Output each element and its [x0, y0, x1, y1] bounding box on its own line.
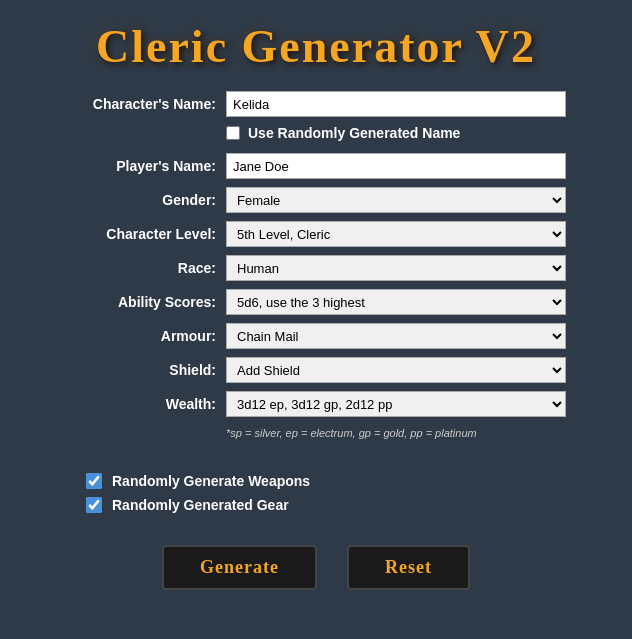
armour-label: Armour: [66, 328, 216, 344]
random-weapons-checkbox[interactable] [86, 473, 102, 489]
page-title: Cleric Generator V2 [96, 20, 536, 73]
button-row: Generate Reset [66, 545, 566, 590]
ability-scores-select[interactable]: 5d6, use the 3 highest 4d6, drop lowest … [226, 289, 566, 315]
armour-select[interactable]: Chain Mail Leather Armor Scale Mail Plat… [226, 323, 566, 349]
race-row: Race: Human Elf Dwarf Halfling Gnome [66, 255, 566, 281]
gender-label: Gender: [66, 192, 216, 208]
character-level-select[interactable]: 5th Level, Cleric 1st Level, Cleric 2nd … [226, 221, 566, 247]
gender-select[interactable]: Female Male Other [226, 187, 566, 213]
random-gear-checkbox[interactable] [86, 497, 102, 513]
form-container: Character's Name: Use Randomly Generated… [66, 91, 566, 590]
random-gear-label[interactable]: Randomly Generated Gear [112, 497, 289, 513]
checkbox-section: Randomly Generate Weapons Randomly Gener… [86, 473, 566, 513]
random-weapons-item: Randomly Generate Weapons [86, 473, 566, 489]
shield-select[interactable]: Add Shield No Shield [226, 357, 566, 383]
character-name-row: Character's Name: [66, 91, 566, 117]
shield-label: Shield: [66, 362, 216, 378]
character-name-label: Character's Name: [66, 96, 216, 112]
character-level-label: Character Level: [66, 226, 216, 242]
gender-row: Gender: Female Male Other [66, 187, 566, 213]
race-select[interactable]: Human Elf Dwarf Halfling Gnome [226, 255, 566, 281]
wealth-row: Wealth: 3d12 ep, 3d12 gp, 2d12 pp 1d6 x … [66, 391, 566, 417]
reset-button[interactable]: Reset [347, 545, 470, 590]
player-name-input[interactable] [226, 153, 566, 179]
generate-button[interactable]: Generate [162, 545, 317, 590]
player-name-label: Player's Name: [66, 158, 216, 174]
character-name-input[interactable] [226, 91, 566, 117]
wealth-label: Wealth: [66, 396, 216, 412]
random-weapons-label[interactable]: Randomly Generate Weapons [112, 473, 310, 489]
shield-row: Shield: Add Shield No Shield [66, 357, 566, 383]
character-level-row: Character Level: 5th Level, Cleric 1st L… [66, 221, 566, 247]
spacer [66, 447, 566, 455]
ability-scores-row: Ability Scores: 5d6, use the 3 highest 4… [66, 289, 566, 315]
player-name-row: Player's Name: [66, 153, 566, 179]
race-label: Race: [66, 260, 216, 276]
currency-note: *sp = silver, ep = electrum, gp = gold, … [226, 427, 566, 439]
armour-row: Armour: Chain Mail Leather Armor Scale M… [66, 323, 566, 349]
random-name-label[interactable]: Use Randomly Generated Name [248, 125, 460, 141]
random-name-checkbox[interactable] [226, 126, 240, 140]
random-name-row: Use Randomly Generated Name [226, 125, 566, 141]
random-gear-item: Randomly Generated Gear [86, 497, 566, 513]
wealth-select[interactable]: 3d12 ep, 3d12 gp, 2d12 pp 1d6 x 10 gp St… [226, 391, 566, 417]
ability-scores-label: Ability Scores: [66, 294, 216, 310]
